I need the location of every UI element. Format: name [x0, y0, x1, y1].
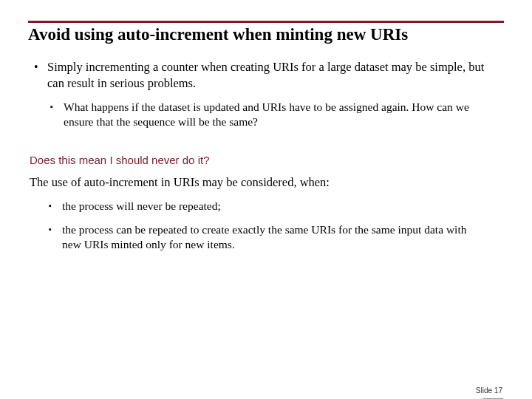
footer: OPENDATASUPPORT Slide 17 cc ① — [0, 390, 532, 399]
condition-item: the process can be repeated to create ex… — [46, 222, 488, 252]
bullet-main-text: Simply incrementing a counter when creat… — [47, 60, 484, 90]
bullet-main: Simply incrementing a counter when creat… — [31, 59, 501, 130]
title-block: Avoid using auto-increment when minting … — [28, 21, 504, 46]
bullet-list: Simply incrementing a counter when creat… — [31, 59, 501, 130]
content-area: Simply incrementing a counter when creat… — [31, 59, 501, 130]
body-line: The use of auto-increment in URIs may be… — [30, 175, 501, 190]
slide: Avoid using auto-increment when minting … — [0, 21, 532, 399]
bullet-sub: What happens if the dataset is updated a… — [47, 100, 501, 129]
condition-item: the process will never be repeated; — [46, 199, 488, 214]
slide-number: Slide 17 — [476, 386, 502, 395]
question-line: Does this mean I should never do it? — [30, 154, 501, 166]
bullet-sublist: What happens if the dataset is updated a… — [47, 100, 501, 129]
slide-title: Avoid using auto-increment when minting … — [28, 24, 504, 46]
conditions-list: the process will never be repeated; the … — [46, 199, 488, 252]
